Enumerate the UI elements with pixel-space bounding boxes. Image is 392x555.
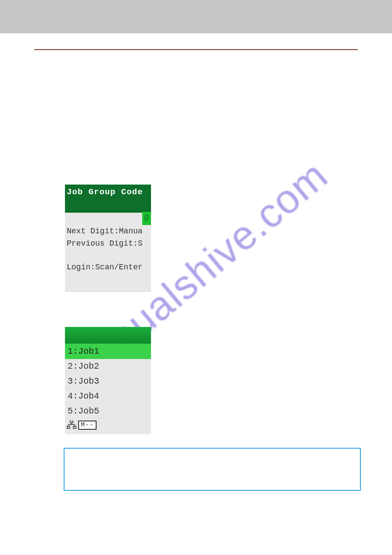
- screen-title: Job Group Code: [65, 185, 151, 213]
- network-icon: [67, 421, 76, 432]
- svg-rect-1: [67, 426, 70, 428]
- list-item[interactable]: 4:Job4: [65, 389, 151, 404]
- svg-rect-2: [73, 426, 76, 428]
- hint-previous-digit: Previous Digit:S: [65, 237, 151, 250]
- list-item[interactable]: 5:Job5: [65, 404, 151, 419]
- digit-input[interactable]: 0: [142, 212, 151, 225]
- screen-header-bar: [65, 327, 151, 344]
- list-item[interactable]: 3:Job3: [65, 374, 151, 389]
- header-bar: [0, 0, 392, 33]
- list-item[interactable]: 1:Job1: [65, 344, 151, 359]
- input-row: 0: [65, 213, 151, 225]
- list-item[interactable]: 2:Job2: [65, 359, 151, 374]
- mode-indicator: M--: [78, 421, 97, 430]
- hint-next-digit: Next Digit:Manua: [65, 225, 151, 237]
- device-screen-job-list: 1:Job1 2:Job2 3:Job3 4:Job4 5:Job5 M--: [65, 327, 151, 434]
- device-screen-job-group-code: Job Group Code 0 Next Digit:Manua Previo…: [65, 185, 151, 292]
- hint-login: Login:Scan/Enter: [65, 261, 151, 273]
- status-bar: M--: [65, 419, 151, 431]
- svg-rect-0: [70, 421, 73, 423]
- horizontal-rule: [34, 49, 358, 50]
- note-box: [64, 448, 361, 491]
